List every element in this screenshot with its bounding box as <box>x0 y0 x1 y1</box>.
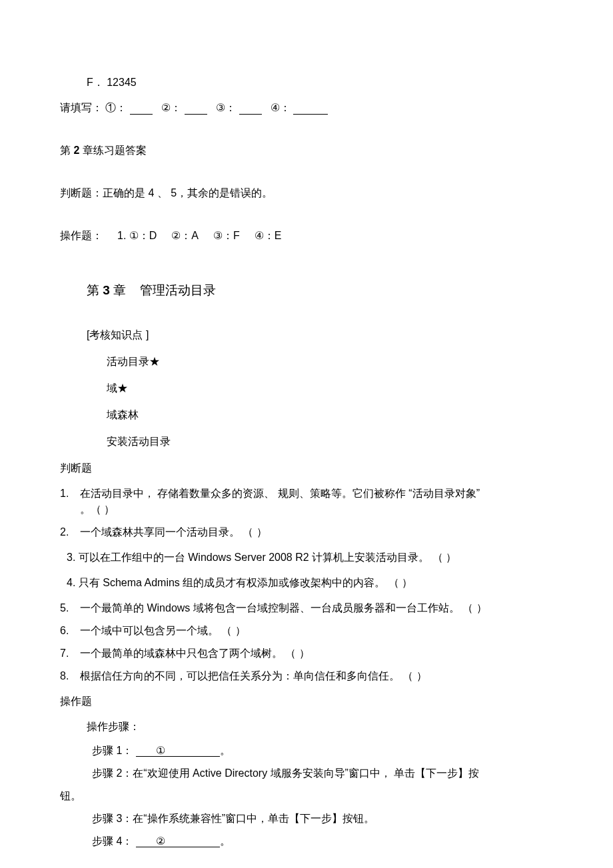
chapter3-mid: 章 <box>110 283 126 297</box>
document-page: F． 12345 请填写： ①： ②： ③： ④： 第 2 第 2 章练习题答案… <box>0 0 613 868</box>
judge-q4: 4. 只有 Schema Admins 组的成员才有权添加或修改架构中的内容。 … <box>60 575 553 591</box>
point-4: 安装活动目录 <box>60 434 553 450</box>
chapter3-pre: 第 <box>87 283 103 297</box>
judge-q7: 7. 一个最简单的域森林中只包含了两个域树。 （ ） <box>60 646 553 661</box>
assess-points-label: [考核知识点 ] <box>60 327 553 343</box>
judge-q2: 2. 一个域森林共享同一个活动目录。 （ ） <box>60 524 553 540</box>
blank-1 <box>130 102 153 115</box>
q2-num: 2. <box>60 524 80 540</box>
q2-text: 一个域森林共享同一个活动目录。 （ ） <box>80 524 553 540</box>
step-2-tail: 钮。 <box>60 788 553 804</box>
chapter3-num: 3 <box>103 283 110 297</box>
step2-text: 步骤 2：在“欢迎使用 Active Directory 域服务安装向导”窗口中… <box>92 767 479 779</box>
judge-answers: 判断题：正确的是 4 、 5，其余的是错误的。 <box>60 185 553 201</box>
operation-answers: 操作题：1. ①：D②：A③：F④：E <box>60 228 553 244</box>
step1-label: 步骤 1： <box>92 745 133 756</box>
op-ans-4: ④：E <box>255 228 282 244</box>
step-2: 步骤 2：在“欢迎使用 Active Directory 域服务安装向导”窗口中… <box>60 765 553 781</box>
step1-end: 。 <box>220 745 231 756</box>
op-ans-3: ③：F <box>213 228 240 244</box>
operation-section-label: 操作题 <box>60 693 553 709</box>
fill-c2: ②： <box>161 102 181 113</box>
fill-c3: ③： <box>216 102 236 113</box>
option-f-line: F． 12345 <box>60 75 553 91</box>
q1-text-b: 。（ ） <box>80 504 115 515</box>
chapter2-answers-header: 第 2 第 2 章练习题答案章练习题答案 <box>60 143 553 159</box>
q5-text: 一个最简单的 Windows 域将包含一台域控制器、一台成员服务器和一台工作站。… <box>80 600 553 616</box>
q5-num: 5. <box>60 600 80 616</box>
operation-steps-label: 操作步骤： <box>60 719 553 735</box>
judge-section-label: 判断题 <box>60 460 553 476</box>
blank-2 <box>185 102 207 115</box>
step-3: 步骤 3：在“操作系统兼容性”窗口中，单击【下一步】按钮。 <box>60 811 553 827</box>
step4-fill: ② <box>136 835 185 848</box>
q8-text: 根据信任方向的不同，可以把信任关系分为：单向信任和多向信任。 （ ） <box>80 668 553 684</box>
judge-q1: 1. 在活动目录中， 存储着数量众多的资源、 规则、策略等。它们被称作 “活动目… <box>60 486 553 518</box>
fill-c4: ④： <box>271 102 291 113</box>
step1-fill-tail <box>185 745 220 757</box>
step-1: 步骤 1： ① 。 <box>60 743 553 759</box>
step4-label: 步骤 4： <box>92 835 133 847</box>
step4-fill-tail <box>185 835 220 848</box>
q7-text: 一个最简单的域森林中只包含了两个域树。 （ ） <box>80 646 553 661</box>
fill-prefix: 请填写： <box>60 102 103 113</box>
step-4: 步骤 4： ② 。 <box>60 833 553 849</box>
chapter3-name: 管理活动目录 <box>140 283 216 297</box>
chapter3-title: 第 3 章 管理活动目录 <box>60 281 553 300</box>
step4-end: 。 <box>220 835 231 847</box>
op-ans-2: ②：A <box>171 228 199 244</box>
point-1: 活动目录★ <box>60 354 553 370</box>
q1-text-a: 在活动目录中， 存储着数量众多的资源、 规则、策略等。它们被称作 “活动目录对象… <box>80 488 480 499</box>
fill-in-line: 请填写： ①： ②： ③： ④： <box>60 100 553 116</box>
q7-num: 7. <box>60 646 80 661</box>
judge-q5: 5. 一个最简单的 Windows 域将包含一台域控制器、一台成员服务器和一台工… <box>60 600 553 616</box>
step1-fill: ① <box>136 745 185 757</box>
point-2: 域★ <box>60 380 553 396</box>
q8-num: 8. <box>60 668 80 684</box>
blank-3 <box>239 102 262 115</box>
q6-num: 6. <box>60 623 80 639</box>
q6-text: 一个域中可以包含另一个域。 （ ） <box>80 623 553 639</box>
blank-4 <box>293 102 328 115</box>
fill-c1: ①： <box>105 102 127 113</box>
op-ans-1: 1. ①：D <box>117 228 157 244</box>
op-ans-prefix: 操作题： <box>60 228 103 244</box>
q1-num: 1. <box>60 486 80 502</box>
judge-q8: 8. 根据信任方向的不同，可以把信任关系分为：单向信任和多向信任。 （ ） <box>60 668 553 684</box>
point-3: 域森林 <box>60 407 553 423</box>
judge-q6: 6. 一个域中可以包含另一个域。 （ ） <box>60 623 553 639</box>
judge-q3: 3. 可以在工作组中的一台 Windows Server 2008 R2 计算机… <box>60 550 553 566</box>
